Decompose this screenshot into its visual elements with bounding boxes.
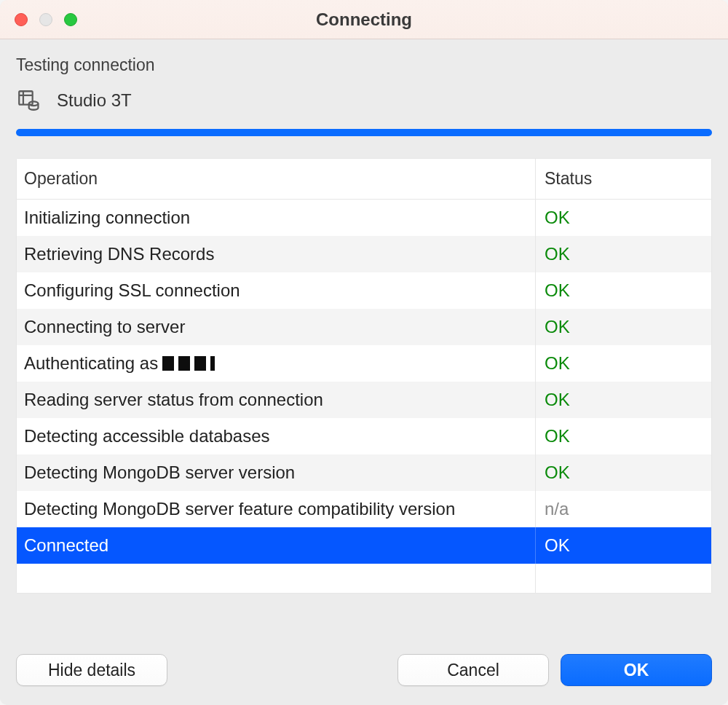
status-cell: OK (535, 345, 711, 382)
operation-text: Initializing connection (24, 208, 190, 228)
table-row-blank (17, 564, 711, 593)
operation-cell: Retrieving DNS Records (17, 244, 535, 264)
dialog-subtitle: Testing connection (16, 55, 712, 75)
column-header-status[interactable]: Status (535, 159, 711, 199)
table-row[interactable]: Detecting MongoDB server feature compati… (17, 491, 711, 527)
status-cell: OK (535, 527, 711, 564)
operation-text: Detecting accessible databases (24, 426, 270, 446)
operation-cell: Initializing connection (17, 208, 535, 228)
operation-cell: Reading server status from connection (17, 390, 535, 410)
status-cell: OK (535, 309, 711, 345)
progress-bar (16, 129, 712, 136)
operation-cell: Detecting accessible databases (17, 426, 535, 446)
ok-button[interactable]: OK (561, 654, 712, 686)
status-cell (535, 564, 711, 593)
operation-cell: Detecting MongoDB server feature compati… (17, 499, 535, 519)
operation-cell: Connected (17, 535, 535, 556)
dialog-footer: Hide details Cancel OK (0, 628, 728, 705)
status-cell: OK (535, 272, 711, 309)
cancel-button[interactable]: Cancel (397, 654, 549, 686)
operation-text: Reading server status from connection (24, 390, 323, 410)
minimize-icon (39, 13, 52, 26)
table-row[interactable]: Authenticating as OK (17, 345, 711, 382)
operation-text: Authenticating as (24, 353, 158, 374)
connection-row: Studio 3T (16, 88, 712, 113)
table-row[interactable]: Connecting to serverOK (17, 309, 711, 345)
status-cell: OK (535, 236, 711, 272)
status-cell: OK (535, 454, 711, 491)
operation-text: Connected (24, 535, 108, 556)
close-icon[interactable] (15, 13, 28, 26)
window-title: Connecting (0, 9, 728, 30)
results-table: Operation Status Initializing connection… (16, 158, 712, 594)
column-header-operation[interactable]: Operation (17, 159, 535, 199)
table-row[interactable]: Configuring SSL connectionOK (17, 272, 711, 309)
connection-name: Studio 3T (57, 90, 132, 111)
table-row[interactable]: Reading server status from connectionOK (17, 382, 711, 418)
operation-cell: Configuring SSL connection (17, 280, 535, 301)
table-row[interactable]: Initializing connectionOK (17, 200, 711, 236)
operation-cell: Connecting to server (17, 317, 535, 337)
hide-details-button[interactable]: Hide details (16, 654, 167, 686)
svg-point-3 (29, 101, 39, 106)
table-header: Operation Status (17, 159, 711, 200)
operation-cell: Authenticating as (17, 353, 535, 374)
table-body: Initializing connectionOKRetrieving DNS … (17, 200, 711, 593)
dialog-window: Connecting Testing connection Studio 3T … (0, 0, 728, 705)
database-icon (16, 88, 41, 113)
status-cell: n/a (535, 491, 711, 527)
operation-text: Connecting to server (24, 317, 185, 337)
table-row[interactable]: Detecting accessible databasesOK (17, 418, 711, 454)
zoom-icon[interactable] (64, 13, 77, 26)
table-row[interactable]: ConnectedOK (17, 527, 711, 564)
status-cell: OK (535, 200, 711, 236)
operation-text: Detecting MongoDB server feature compati… (24, 499, 455, 519)
status-cell: OK (535, 382, 711, 418)
redacted-text (162, 356, 215, 371)
operation-cell: Detecting MongoDB server version (17, 462, 535, 483)
table-row[interactable]: Detecting MongoDB server versionOK (17, 454, 711, 491)
operation-text: Retrieving DNS Records (24, 244, 214, 264)
table-row[interactable]: Retrieving DNS RecordsOK (17, 236, 711, 272)
titlebar: Connecting (0, 0, 728, 39)
operation-text: Configuring SSL connection (24, 280, 240, 301)
window-controls (15, 13, 77, 26)
dialog-content: Testing connection Studio 3T Operation S… (0, 39, 728, 628)
status-cell: OK (535, 418, 711, 454)
operation-text: Detecting MongoDB server version (24, 462, 295, 483)
